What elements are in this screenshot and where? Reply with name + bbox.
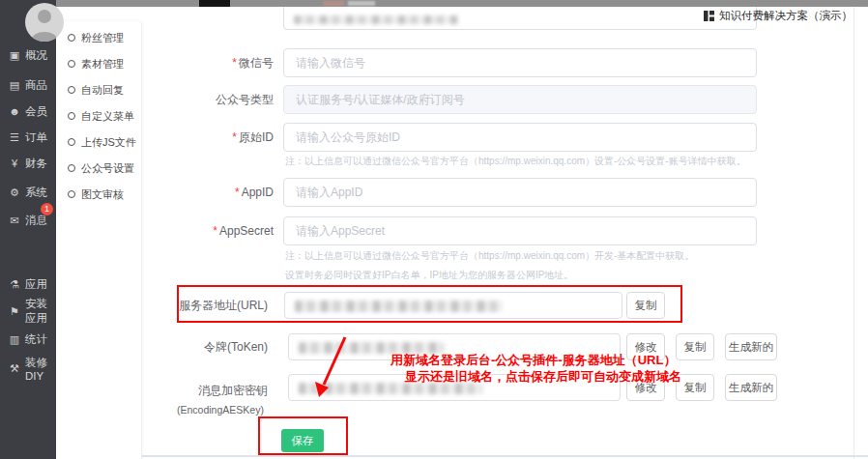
app-secret-input[interactable] (283, 216, 757, 245)
bottom-divider (142, 455, 868, 457)
sidebar-item-messages[interactable]: ✉消息1 (0, 210, 56, 231)
copy-url-button[interactable]: 复制 (626, 292, 665, 319)
stats-icon: ▥ (8, 333, 21, 346)
wechat-plugin-settings-page: 知识付费解决方案（演示） *微信号 公众号类型 *原始ID 注：以上信息可以通过… (0, 0, 868, 459)
original-id-input[interactable] (283, 123, 757, 152)
radio-circle-icon (68, 190, 75, 198)
aes-key-sublabel: (EncodingAESKey) (177, 404, 264, 416)
sidebar-item-finance[interactable]: ¥财务 (0, 153, 56, 174)
ghost-dark-box (199, 0, 230, 7)
sidebar-item-apps[interactable]: ⚗应用 (0, 273, 56, 295)
avatar-person-icon (38, 10, 51, 23)
submenu-item-upload-js[interactable]: 上传JS文件 (68, 134, 141, 150)
copy-aes-button[interactable]: 复制 (676, 374, 714, 401)
annotation-text-line2: 显示还是旧域名，点击保存后即可自动变成新域名 (405, 368, 681, 386)
sidebar-item-orders[interactable]: ☰订单 (0, 127, 56, 148)
token-label: 令牌(ToKen) (139, 333, 268, 360)
app-secret-label: *AppSecret (145, 216, 274, 245)
note-ip-whitelist: 设置时务必同时设置好IP白名单，IP地址为您的服务器公网IP地址。 (285, 269, 573, 282)
plugin-submenu: 粉丝管理 素材管理 自动回复 自定义菜单 上传JS文件 公众号设置 图文审核 (56, 21, 142, 459)
annotation-text-line1: 用新域名登录后台-公众号插件-服务器地址（URL） (391, 352, 676, 369)
sidebar-item-goods[interactable]: ▤商品 (0, 74, 56, 96)
radio-circle-icon (68, 164, 75, 172)
required-mark: * (232, 56, 237, 70)
message-icon: ✉ (8, 215, 21, 227)
wechat-id-input[interactable] (283, 48, 757, 77)
brand-grid-icon (704, 11, 714, 21)
redacted-value (295, 301, 503, 312)
overview-icon: ▣ (8, 49, 21, 62)
top-ghost-strip (56, 0, 868, 7)
required-mark: * (213, 224, 217, 238)
account-type-label: 公众号类型 (145, 85, 274, 114)
radio-circle-icon (68, 112, 75, 120)
submenu-item-article-review[interactable]: 图文审核 (68, 186, 141, 202)
system-icon: ⚙ (8, 186, 21, 199)
sidebar-item-statistics[interactable]: ▥统计 (0, 329, 56, 350)
sidebar-item-decorate-diy[interactable]: ⚒装修DIY (0, 358, 56, 379)
install-app-icon: ⚑ (8, 305, 21, 318)
sidebar-item-install-apps[interactable]: ⚑安装应用 (0, 301, 56, 322)
member-icon: ☻ (8, 105, 21, 117)
app-id-label: *AppID (145, 178, 274, 207)
user-avatar[interactable] (25, 3, 64, 42)
submenu-item-autoreply[interactable]: 自动回复 (68, 82, 141, 98)
original-id-label: *原始ID (145, 123, 274, 152)
note-account-settings: 注：以上信息可以通过微信公众号官方平台（https://mp.weixin.qq… (285, 155, 746, 168)
submenu-item-fans[interactable]: 粉丝管理 (68, 30, 141, 45)
goods-icon: ▤ (8, 79, 21, 92)
submenu-item-account-settings[interactable]: 公众号设置 (68, 160, 141, 176)
submenu-item-material[interactable]: 素材管理 (68, 56, 141, 72)
radio-circle-icon (68, 60, 75, 68)
sidebar-item-members[interactable]: ☻会员 (0, 100, 56, 122)
sidebar-item-overview[interactable]: ▣概况 (0, 44, 56, 66)
decorate-diy-icon: ⚒ (8, 362, 21, 375)
sidebar-item-system[interactable]: ⚙系统 (0, 182, 56, 203)
required-mark: * (235, 186, 240, 199)
brand-header: 知识付费解决方案（演示） (704, 9, 853, 23)
account-type-input (283, 85, 757, 114)
app-id-input[interactable] (283, 178, 757, 207)
server-url-input[interactable] (284, 292, 622, 319)
redacted-value (294, 15, 458, 24)
save-button[interactable]: 保存 (281, 429, 324, 452)
main-sidebar: ▣概况 ▤商品 ☻会员 ☰订单 ¥财务 ⚙系统 ✉消息1 ⚗应用 ⚑安装应用 ▥… (0, 0, 56, 459)
radio-circle-icon (68, 34, 75, 42)
main-content: 知识付费解决方案（演示） *微信号 公众号类型 *原始ID 注：以上信息可以通过… (142, 0, 868, 459)
page-right-border (854, 0, 854, 459)
radio-circle-icon (68, 138, 75, 146)
finance-icon: ¥ (8, 158, 21, 169)
radio-circle-icon (68, 86, 75, 94)
note-dev-config: 注：以上信息可以通过微信公众号官方平台（https://mp.weixin.qq… (285, 249, 694, 263)
aes-key-label: 消息加密密钥 (139, 377, 268, 404)
copy-token-button[interactable]: 复制 (676, 333, 714, 360)
order-icon: ☰ (8, 131, 21, 144)
wechat-id-label: *微信号 (145, 48, 274, 77)
submenu-item-custom-menu[interactable]: 自定义菜单 (68, 108, 141, 124)
required-mark: * (232, 130, 237, 144)
server-url-label: 服务器地址(URL) (139, 292, 268, 319)
brand-title: 知识付费解决方案（演示） (719, 9, 853, 23)
generate-aes-button[interactable]: 生成新的 (725, 374, 777, 401)
app-icon: ⚗ (8, 278, 21, 291)
generate-token-button[interactable]: 生成新的 (725, 333, 777, 360)
message-count-badge: 1 (41, 203, 53, 215)
